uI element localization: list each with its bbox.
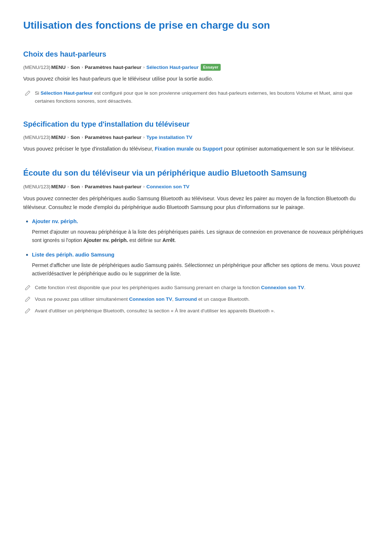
breadcrumb-item: MENU xyxy=(51,183,66,191)
section-title: Écoute du son du téléviseur via un périp… xyxy=(23,167,369,179)
section-ecoute-bluetooth: Écoute du son du téléviseur via un périp… xyxy=(23,167,369,315)
section-specification-type: Spécification du type d'installation du … xyxy=(23,118,369,154)
note-pencil-icon xyxy=(25,90,30,96)
bullet-item-desc: Permet d'afficher une liste de périphéri… xyxy=(32,261,369,278)
breadcrumb-prefix: (MENU/123) xyxy=(23,183,50,191)
breadcrumb-item: Paramètres haut-parleur xyxy=(85,183,142,191)
breadcrumb-arrow: › xyxy=(143,184,145,190)
bullet-item-title: Liste des périph. audio Samsung xyxy=(32,251,369,259)
breadcrumb-item: Type installation TV xyxy=(146,134,192,141)
breadcrumb: (MENU/123) MENU›Son›Paramètres haut-parl… xyxy=(23,63,369,71)
breadcrumb-prefix: (MENU/123) xyxy=(23,63,50,71)
note-pencil-icon xyxy=(25,296,30,302)
breadcrumb-item: Paramètres haut-parleur xyxy=(85,134,142,141)
section-body: Vous pouvez connecter des périphériques … xyxy=(23,194,369,212)
breadcrumb-item: Paramètres haut-parleur xyxy=(85,63,142,71)
essayer-badge: Essayer xyxy=(201,64,220,71)
bullet-item: Ajouter nv. périph.Permet d'ajouter un n… xyxy=(32,217,369,245)
notes-section: Si Sélection Haut-parleur est configuré … xyxy=(23,89,369,105)
breadcrumb-item: Sélection Haut-parleur xyxy=(146,63,199,71)
breadcrumb-item: Son xyxy=(70,63,80,71)
section-body: Vous pouvez préciser le type d'installat… xyxy=(23,145,369,153)
notes-section: Cette fonction n'est disponible que pour… xyxy=(23,284,369,315)
breadcrumb-arrow: › xyxy=(82,64,83,71)
breadcrumb-arrow: › xyxy=(68,184,69,190)
note-text: Vous ne pouvez pas utiliser simultanémen… xyxy=(35,295,250,303)
section-title: Spécification du type d'installation du … xyxy=(23,118,369,130)
bullet-item-title: Ajouter nv. périph. xyxy=(32,217,369,226)
breadcrumb-arrow: › xyxy=(82,134,83,141)
breadcrumb-arrow: › xyxy=(68,134,69,141)
breadcrumb-arrow: › xyxy=(68,64,69,71)
bullet-list: Ajouter nv. périph.Permet d'ajouter un n… xyxy=(32,217,369,278)
note-item: Cette fonction n'est disponible que pour… xyxy=(23,284,369,292)
note-item: Vous ne pouvez pas utiliser simultanémen… xyxy=(23,295,369,303)
note-item: Si Sélection Haut-parleur est configuré … xyxy=(23,89,369,105)
note-pencil-icon xyxy=(25,308,30,314)
breadcrumb-arrow: › xyxy=(143,64,145,71)
bullet-item-desc: Permet d'ajouter un nouveau périphérique… xyxy=(32,228,369,245)
breadcrumb-item: Son xyxy=(70,183,80,191)
note-text: Si Sélection Haut-parleur est configuré … xyxy=(35,89,369,105)
note-text: Cette fonction n'est disponible que pour… xyxy=(35,284,306,292)
breadcrumb: (MENU/123) MENU›Son›Paramètres haut-parl… xyxy=(23,183,369,191)
section-title: Choix des haut-parleurs xyxy=(23,48,369,60)
breadcrumb-arrow: › xyxy=(143,134,145,141)
breadcrumb-item: MENU xyxy=(51,63,66,71)
section-choix-haut-parleurs: Choix des haut-parleurs(MENU/123) MENU›S… xyxy=(23,48,369,105)
note-text: Avant d'utiliser un périphérique Bluetoo… xyxy=(35,307,275,315)
note-pencil-icon xyxy=(25,285,30,291)
breadcrumb-item: Son xyxy=(70,134,80,141)
breadcrumb-item: Connexion son TV xyxy=(146,183,189,191)
breadcrumb-arrow: › xyxy=(82,184,83,190)
breadcrumb: (MENU/123) MENU›Son›Paramètres haut-parl… xyxy=(23,134,369,141)
page-title: Utilisation des fonctions de prise en ch… xyxy=(23,17,369,34)
note-item: Avant d'utiliser un périphérique Bluetoo… xyxy=(23,307,369,315)
breadcrumb-prefix: (MENU/123) xyxy=(23,134,50,141)
breadcrumb-item: MENU xyxy=(51,134,66,141)
section-body: Vous pouvez choisir les haut-parleurs qu… xyxy=(23,75,369,83)
bullet-item: Liste des périph. audio SamsungPermet d'… xyxy=(32,250,369,278)
